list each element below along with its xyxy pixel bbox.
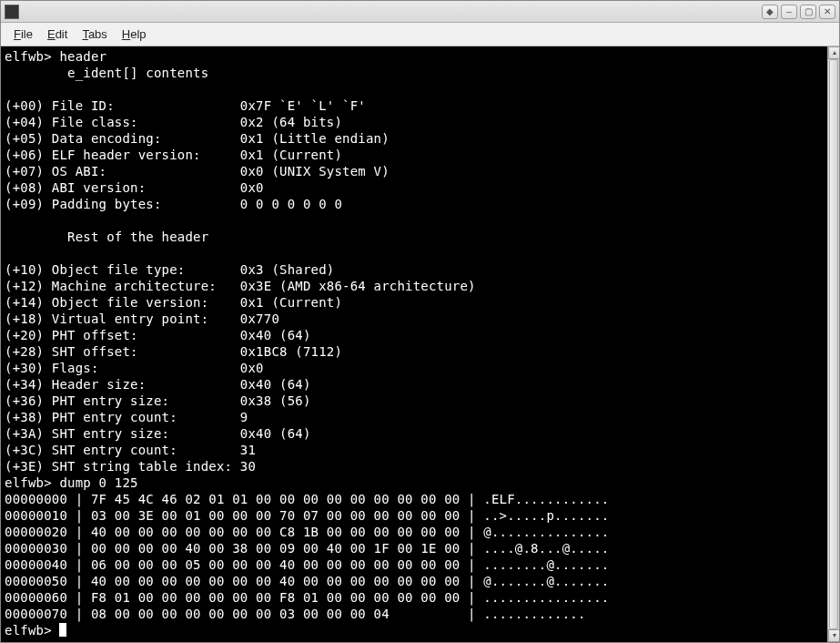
app-icon xyxy=(5,5,19,19)
stick-button[interactable]: ◆ xyxy=(762,5,778,19)
terminal-cursor xyxy=(59,623,66,637)
menu-help[interactable]: Help xyxy=(115,25,154,44)
scroll-up-button[interactable]: ▴ xyxy=(828,46,839,59)
menubar: File Edit Tabs Help xyxy=(1,23,839,46)
menu-tabs[interactable]: Tabs xyxy=(75,25,114,44)
scroll-down-button[interactable]: ▾ xyxy=(828,629,839,642)
menu-edit[interactable]: Edit xyxy=(40,25,75,44)
terminal-window: ◆ – ▢ ✕ File Edit Tabs Help elfwb> heade… xyxy=(0,0,840,643)
scrollbar[interactable]: ▴ ▾ xyxy=(827,46,839,642)
menu-file[interactable]: File xyxy=(6,25,40,44)
maximize-button[interactable]: ▢ xyxy=(800,5,816,19)
terminal-container: elfwb> header e_ident[] contents (+00) F… xyxy=(1,46,839,642)
terminal[interactable]: elfwb> header e_ident[] contents (+00) F… xyxy=(1,46,839,640)
titlebar: ◆ – ▢ ✕ xyxy=(1,1,839,23)
close-button[interactable]: ✕ xyxy=(819,5,835,19)
minimize-button[interactable]: – xyxy=(781,5,797,19)
scroll-thumb[interactable] xyxy=(829,59,838,629)
